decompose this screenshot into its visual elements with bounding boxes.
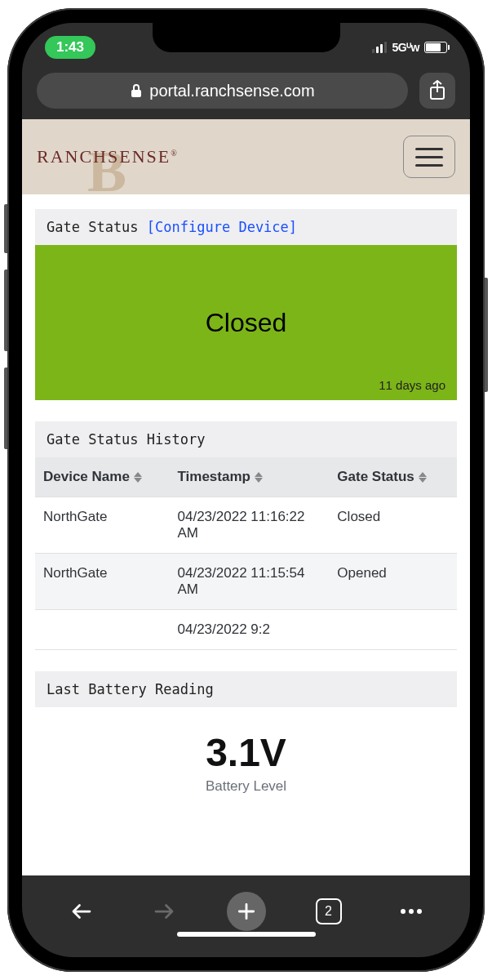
screen: 1:43 5Gᵁw portal.ranchsense.com	[22, 23, 470, 957]
address-bar[interactable]: portal.ranchsense.com	[37, 73, 408, 109]
more-icon	[399, 908, 423, 915]
cell-status: Closed	[329, 497, 457, 554]
battery-value: 3.1V	[35, 730, 457, 775]
table-row[interactable]: NorthGate 04/23/2022 11:16:22 AM Closed	[35, 497, 457, 554]
network-label: 5Gᵁw	[392, 41, 419, 54]
plus-icon	[236, 901, 257, 922]
col-timestamp[interactable]: Timestamp	[170, 457, 330, 497]
notch	[153, 23, 340, 52]
svg-point-2	[401, 909, 406, 914]
battery-card: Last Battery Reading 3.1V Battery Level	[35, 671, 457, 795]
browser-toolbar: portal.ranchsense.com	[22, 69, 470, 119]
battery-label: Battery Level	[35, 778, 457, 795]
tab-count-badge: 2	[316, 898, 342, 924]
tabs-button[interactable]: 2	[309, 892, 348, 931]
status-right: 5Gᵁw	[372, 41, 447, 54]
cell-status	[329, 610, 457, 650]
history-table-header: Device Name Timestamp	[35, 457, 457, 497]
share-icon	[428, 80, 446, 101]
gate-status-header: Gate Status [Configure Device]	[35, 209, 457, 245]
signal-icon	[372, 42, 387, 53]
app-header: B RANCHSENSE®	[22, 119, 470, 194]
gate-status-panel: Closed 11 days ago	[35, 245, 457, 400]
configure-device-link[interactable]: [Configure Device]	[147, 219, 297, 235]
cell-device: NorthGate	[35, 554, 170, 610]
volume-up-button	[4, 270, 7, 351]
sort-icon	[255, 472, 263, 483]
cell-device: NorthGate	[35, 497, 170, 554]
new-tab-button[interactable]	[227, 892, 266, 931]
power-button	[485, 278, 488, 392]
svg-rect-0	[131, 90, 141, 97]
phone-frame: 1:43 5Gᵁw portal.ranchsense.com	[7, 8, 485, 972]
cell-timestamp: 04/23/2022 11:16:22 AM	[170, 497, 330, 554]
arrow-left-icon	[69, 899, 94, 924]
cell-timestamp: 04/23/2022 9:2	[170, 610, 330, 650]
logo[interactable]: B RANCHSENSE®	[37, 146, 179, 167]
history-title: Gate Status History	[35, 421, 457, 457]
gate-status-card: Gate Status [Configure Device] Closed 11…	[35, 209, 457, 400]
table-row[interactable]: NorthGate 04/23/2022 11:15:54 AM Opened	[35, 554, 457, 610]
logo-text: RANCHSENSE®	[37, 146, 179, 167]
menu-button[interactable]	[403, 136, 455, 178]
home-indicator[interactable]	[177, 932, 316, 937]
time-recording-pill[interactable]: 1:43	[45, 36, 95, 59]
cell-device	[35, 610, 170, 650]
volume-down-button	[4, 368, 7, 449]
browser-bottom-toolbar: 2	[22, 875, 470, 957]
more-button[interactable]	[392, 892, 431, 931]
history-card: Gate Status History Device Name Timestam…	[35, 421, 457, 650]
history-rows[interactable]: NorthGate 04/23/2022 11:16:22 AM Closed …	[35, 497, 457, 650]
back-button[interactable]	[62, 892, 101, 931]
sort-icon	[419, 472, 427, 483]
cell-timestamp: 04/23/2022 11:15:54 AM	[170, 554, 330, 610]
table-row[interactable]: 04/23/2022 9:2	[35, 610, 457, 650]
svg-point-3	[409, 909, 414, 914]
col-device-name[interactable]: Device Name	[35, 457, 170, 497]
gate-status-age: 11 days ago	[379, 378, 445, 392]
arrow-right-icon	[152, 899, 176, 924]
battery-icon	[424, 42, 447, 53]
share-button[interactable]	[419, 73, 455, 109]
gate-status-value: Closed	[206, 308, 287, 338]
forward-button[interactable]	[144, 892, 184, 931]
battery-title: Last Battery Reading	[35, 671, 457, 707]
url-text: portal.ranchsense.com	[149, 82, 314, 100]
volume-silence-switch	[4, 204, 7, 253]
battery-body: 3.1V Battery Level	[35, 707, 457, 795]
gate-status-title: Gate Status	[47, 219, 147, 235]
hamburger-icon	[415, 148, 443, 150]
sort-icon	[134, 472, 142, 483]
lock-icon	[130, 83, 143, 98]
col-gate-status[interactable]: Gate Status	[329, 457, 457, 497]
svg-point-4	[417, 909, 422, 914]
viewport: B RANCHSENSE® Gate Status [Configure	[22, 119, 470, 875]
page-body: Gate Status [Configure Device] Closed 11…	[22, 194, 470, 875]
cell-status: Opened	[329, 554, 457, 610]
